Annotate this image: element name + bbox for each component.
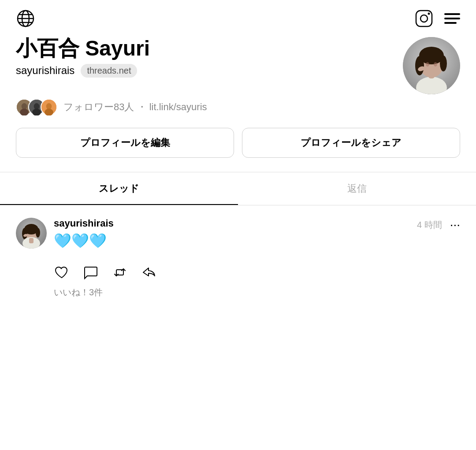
hamburger-line-middle [444, 18, 460, 19]
post-actions [16, 260, 460, 285]
hamburger-line-bottom [444, 22, 457, 24]
svg-point-23 [32, 109, 41, 115]
profile-avatar [403, 37, 460, 94]
threads-net-badge: threads.net [81, 64, 137, 78]
like-button[interactable] [54, 264, 70, 280]
svg-point-20 [20, 109, 29, 115]
svg-point-30 [22, 228, 27, 239]
likes-count: いいね！3件 [16, 285, 460, 303]
post-left: sayurishirais 🩵🩵🩵 [16, 218, 114, 258]
follower-avatars [16, 99, 57, 115]
post-author-username: sayurishirais [54, 218, 114, 229]
tabs-row: スレッド 返信 [0, 172, 476, 205]
comment-button[interactable] [83, 264, 99, 280]
svg-point-6 [420, 15, 428, 22]
post-more-button[interactable]: ··· [450, 218, 460, 232]
post-header: sayurishirais 🩵🩵🩵 4 時間 ··· [16, 218, 460, 258]
svg-point-26 [45, 109, 53, 115]
svg-point-13 [415, 56, 424, 75]
svg-point-15 [426, 62, 429, 67]
top-nav [0, 0, 476, 33]
post-avatar[interactable] [16, 218, 47, 249]
profile-section: 小百合 Sayuri sayurishirais threads.net [0, 33, 476, 158]
svg-point-22 [34, 103, 40, 109]
followers-row: フォロワー83人 ・ lit.link/sayuris [16, 99, 460, 115]
thread-post: sayurishirais 🩵🩵🩵 4 時間 ··· [0, 205, 476, 307]
profile-username-row: sayurishirais threads.net [16, 64, 403, 78]
action-buttons: プロフィールを編集 プロフィールをシェア [16, 128, 460, 158]
svg-rect-33 [29, 238, 33, 243]
svg-point-19 [22, 103, 27, 109]
tab-replies[interactable]: 返信 [238, 172, 476, 205]
hamburger-menu-icon[interactable] [444, 13, 460, 24]
instagram-icon[interactable] [414, 9, 434, 28]
avatar-figure [403, 37, 460, 94]
hamburger-line-top [444, 13, 460, 15]
top-nav-right [414, 9, 460, 28]
edit-profile-button[interactable]: プロフィールを編集 [16, 128, 234, 158]
svg-point-14 [440, 56, 447, 71]
svg-point-31 [36, 228, 40, 238]
follower-avatar-3 [41, 99, 57, 115]
svg-point-25 [46, 103, 52, 109]
svg-point-16 [434, 62, 437, 67]
tab-threads[interactable]: スレッド [0, 172, 238, 205]
tabs-section: スレッド 返信 [0, 172, 476, 205]
post-content: 🩵🩵🩵 [54, 232, 114, 250]
profile-info: 小百合 Sayuri sayurishirais threads.net [16, 37, 403, 86]
share-button[interactable] [141, 264, 157, 280]
profile-username: sayurishirais [16, 64, 74, 77]
follower-separator: ・ [137, 101, 149, 112]
globe-icon[interactable] [16, 9, 35, 28]
followers-text: フォロワー83人 ・ lit.link/sayuris [63, 100, 207, 114]
post-time: 4 時間 [417, 219, 442, 231]
repost-button[interactable] [112, 264, 128, 280]
svg-point-7 [428, 13, 430, 15]
post-meta-right: 4 時間 ··· [417, 218, 460, 232]
follower-link[interactable]: lit.link/sayuris [149, 101, 207, 112]
post-body: sayurishirais 🩵🩵🩵 [54, 218, 114, 258]
follower-count: フォロワー83人 [63, 101, 134, 112]
share-profile-button[interactable]: プロフィールをシェア [242, 128, 460, 158]
profile-header: 小百合 Sayuri sayurishirais threads.net [16, 37, 460, 94]
profile-name: 小百合 Sayuri [16, 37, 403, 60]
